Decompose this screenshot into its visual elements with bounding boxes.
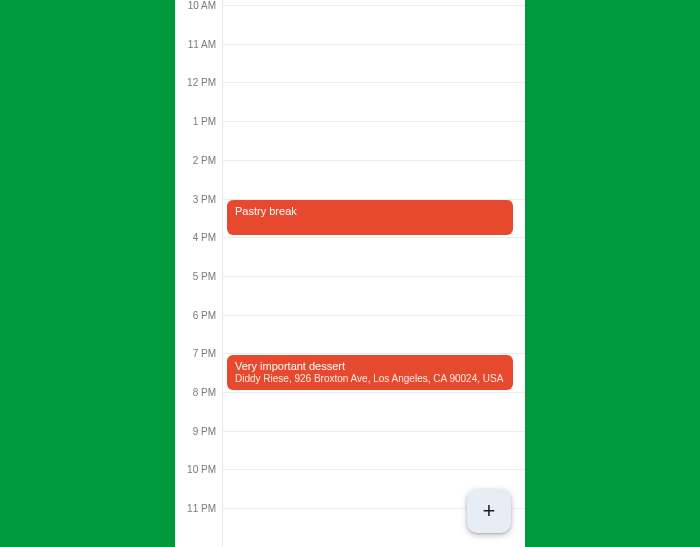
time-label: 3 PM: [193, 193, 216, 204]
hour-gridline: [223, 199, 525, 200]
hour-gridline: [223, 5, 525, 6]
plus-icon: +: [483, 500, 496, 522]
hour-gridline: [223, 315, 525, 316]
hour-gridline: [223, 82, 525, 83]
hour-gridline: [223, 431, 525, 432]
time-label: 9 PM: [193, 425, 216, 436]
hour-gridline: [223, 44, 525, 45]
hour-gridline: [223, 160, 525, 161]
calendar-event[interactable]: Very important dessertDiddy Riese, 926 B…: [227, 355, 513, 390]
time-label: 11 AM: [188, 38, 216, 49]
time-label: 10 PM: [187, 464, 216, 475]
time-label: 5 PM: [193, 270, 216, 281]
time-label: 4 PM: [193, 232, 216, 243]
hour-gridline: [223, 353, 525, 354]
time-label: 10 AM: [188, 0, 216, 11]
time-label: 8 PM: [193, 387, 216, 398]
calendar-day-view: 10 AM11 AM12 PM1 PM2 PM3 PM4 PM5 PM6 PM7…: [175, 0, 525, 547]
time-label: 11 PM: [187, 503, 216, 514]
time-column: 10 AM11 AM12 PM1 PM2 PM3 PM4 PM5 PM6 PM7…: [175, 0, 223, 547]
event-title: Very important dessert: [235, 360, 505, 373]
event-subtitle: Diddy Riese, 926 Broxton Ave, Los Angele…: [235, 373, 505, 385]
create-event-button[interactable]: +: [467, 489, 511, 533]
time-label: 7 PM: [193, 348, 216, 359]
time-label: 1 PM: [193, 116, 216, 127]
hour-gridline: [223, 237, 525, 238]
hour-gridline: [223, 392, 525, 393]
calendar-event[interactable]: Pastry break: [227, 200, 513, 235]
calendar-scroll-area[interactable]: 10 AM11 AM12 PM1 PM2 PM3 PM4 PM5 PM6 PM7…: [175, 0, 525, 547]
time-label: 12 PM: [187, 77, 216, 88]
time-label: 2 PM: [193, 154, 216, 165]
hour-gridline: [223, 121, 525, 122]
time-label: 6 PM: [193, 309, 216, 320]
hour-gridline: [223, 469, 525, 470]
calendar-grid[interactable]: [223, 0, 525, 547]
event-title: Pastry break: [235, 205, 505, 218]
hour-gridline: [223, 276, 525, 277]
